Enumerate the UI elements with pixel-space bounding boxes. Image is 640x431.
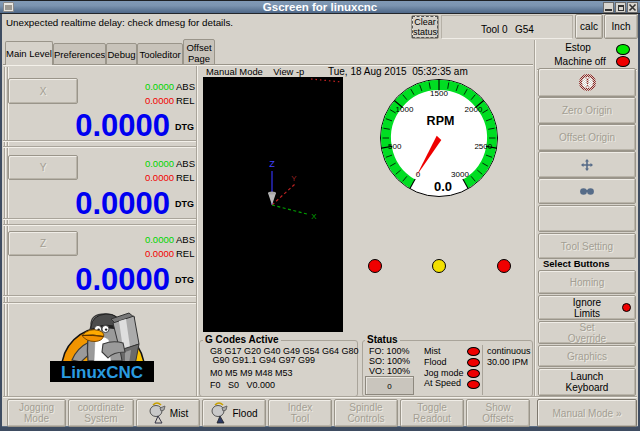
svg-text:3000: 3000: [451, 170, 469, 179]
svg-text:2500: 2500: [474, 142, 492, 151]
svg-text:Z: Z: [269, 159, 275, 169]
svg-text:2000: 2000: [465, 105, 483, 114]
svg-text:1500: 1500: [430, 89, 448, 98]
svg-text:RPM: RPM: [427, 114, 455, 128]
svg-text:0.0: 0.0: [434, 179, 452, 194]
svg-text:X: X: [311, 212, 317, 221]
svg-text:0: 0: [416, 170, 421, 179]
svg-text:Y: Y: [291, 174, 297, 183]
svg-text:500: 500: [388, 142, 402, 151]
svg-text:1000: 1000: [396, 105, 414, 114]
svg-text:LinuxCNC: LinuxCNC: [61, 363, 143, 382]
